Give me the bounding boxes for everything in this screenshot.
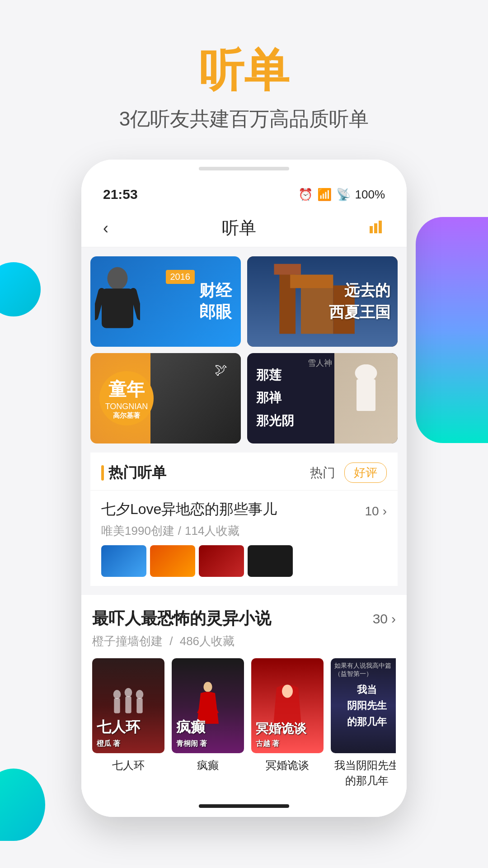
book-3-overlay: 冥婚诡谈 古越 著 [256, 720, 319, 749]
book-covers-row: 七人环 橙瓜 著 七人环 [92, 658, 396, 788]
alarm-icon: ⏰ [298, 188, 313, 202]
mini-cover-1 [101, 545, 146, 577]
svg-rect-4 [102, 288, 133, 328]
section-title: 热门听单 [108, 463, 166, 483]
playlist-2-count: 30 [373, 611, 388, 627]
svg-rect-17 [114, 698, 120, 713]
phone-container: 21:53 ⏰ 📶 📡 100% ‹ 听单 [0, 160, 488, 817]
section-orange-bar [101, 465, 104, 481]
book-1-label: 七人环 [92, 758, 164, 773]
svg-rect-15 [357, 379, 375, 411]
svg-point-18 [125, 688, 132, 697]
year-badge: 2016 [166, 270, 195, 284]
svg-point-14 [355, 364, 377, 382]
back-button[interactable]: ‹ [103, 219, 108, 238]
banner-tongnian-circle: 童年 TONGNIAN 高尔基著 [99, 371, 154, 425]
banner-grid: 2016 财经郎眼 [90, 256, 398, 443]
notch-bar [199, 167, 289, 170]
book-2-overlay: 疯癫 青桐闹 著 [176, 717, 239, 749]
book-item-1[interactable]: 七人环 橙瓜 著 七人环 [92, 658, 164, 788]
banner-caijing[interactable]: 2016 财经郎眼 [90, 256, 241, 347]
banner-nalian-text: 那莲那禅那光阴 [256, 364, 294, 432]
svg-rect-11 [290, 275, 333, 288]
book-item-4[interactable]: 我当阴阳先生的那几年 如果有人说我高中篇（益智第一） 我当阴阳先生的那几年 [331, 658, 396, 788]
phone-notch [81, 160, 407, 174]
battery-level: 100% [355, 188, 385, 202]
banner-tongnian[interactable]: 童年 TONGNIAN 高尔基著 🕊 [90, 353, 241, 443]
phone-frame: 21:53 ⏰ 📶 📡 100% ‹ 听单 [81, 160, 407, 817]
status-time: 21:53 [103, 187, 138, 202]
tab-hot[interactable]: 热门 [310, 464, 335, 481]
banner-xixia-text: 远去的西夏王国 [329, 280, 390, 323]
page-header: 听单 3亿听友共建百万高品质听单 [0, 0, 488, 160]
svg-point-23 [282, 685, 293, 698]
playlist-1-meta: 唯美1990创建 / 114人收藏 [101, 523, 387, 539]
chevron-right-icon: › [383, 504, 387, 519]
book-4-label: 我当阴阳先生的那几年 [331, 758, 396, 788]
book-2-label: 疯癫 [172, 758, 244, 773]
svg-line-5 [95, 292, 102, 317]
tab-good[interactable]: 好评 [344, 462, 387, 483]
banner-nalian[interactable]: 那莲那禅那光阴 雪人神 [247, 353, 398, 443]
phone-bottom [81, 797, 407, 817]
svg-rect-19 [125, 696, 131, 713]
signal-icon: 📡 [336, 188, 351, 202]
book-cover-4: 我当阴阳先生的那几年 如果有人说我高中篇（益智第一） [331, 658, 396, 753]
section-tabs: 热门 好评 [310, 462, 387, 483]
app-content: 2016 财经郎眼 [81, 247, 407, 595]
mini-cover-2 [150, 545, 195, 577]
svg-rect-0 [370, 226, 373, 233]
book-cover-3: 冥婚诡谈 古越 著 [251, 658, 324, 753]
section-title-row: 热门听单 [101, 463, 166, 483]
playlist-1-covers [101, 545, 387, 577]
chevron-right-icon-2: › [391, 611, 396, 627]
section-header: 热门听单 热门 好评 [90, 453, 398, 490]
playlist-2-meta: 橙子撞墙创建 / 486人收藏 [92, 633, 271, 649]
svg-rect-2 [379, 221, 382, 233]
page-subtitle: 3亿听友共建百万高品质听单 [0, 106, 488, 132]
playlist-item-1[interactable]: 七夕Love异地恋的那些事儿 10 › 唯美1990创建 / 114人收藏 [90, 490, 398, 586]
status-icons: ⏰ 📶 📡 100% [298, 188, 385, 202]
page-title: 听单 [0, 45, 488, 95]
mini-cover-4 [248, 545, 293, 577]
playlist-1-count: 10 › [365, 504, 387, 519]
book-cover-2: 疯癫 青桐闹 著 [172, 658, 244, 753]
svg-rect-1 [374, 223, 377, 233]
chart-icon[interactable] [370, 219, 385, 237]
svg-line-6 [133, 292, 140, 317]
book-item-2[interactable]: 疯癫 青桐闹 著 疯癫 [172, 658, 244, 788]
book-3-label: 冥婚诡谈 [251, 758, 324, 773]
status-bar: 21:53 ⏰ 📶 📡 100% [81, 174, 407, 209]
svg-point-20 [136, 690, 144, 699]
bottom-section: 最吓人最恐怖的灵异小说 橙子撞墙创建 / 486人收藏 30 › [81, 595, 407, 797]
svg-rect-21 [136, 698, 142, 713]
app-nav: ‹ 听单 [81, 209, 407, 247]
wifi-icon: 📶 [317, 188, 332, 202]
home-indicator [199, 804, 289, 808]
svg-point-22 [203, 682, 212, 692]
book-item-3[interactable]: 冥婚诡谈 古越 著 冥婚诡谈 [251, 658, 324, 788]
book-1-overlay: 七人环 橙瓜 著 [97, 717, 160, 749]
svg-point-16 [113, 690, 121, 699]
book-cover-1: 七人环 橙瓜 著 [92, 658, 164, 753]
playlist-1-title: 七夕Love异地恋的那些事儿 [101, 500, 277, 519]
svg-rect-10 [301, 280, 333, 334]
banner-xixia[interactable]: 远去的西夏王国 [247, 256, 398, 347]
svg-point-3 [108, 267, 128, 290]
playlist-2-title: 最吓人最恐怖的灵异小说 [92, 608, 271, 630]
mini-cover-3 [199, 545, 244, 577]
nav-title: 听单 [222, 217, 256, 240]
banner-caijing-text: 财经郎眼 [199, 280, 232, 323]
svg-rect-9 [274, 264, 300, 275]
